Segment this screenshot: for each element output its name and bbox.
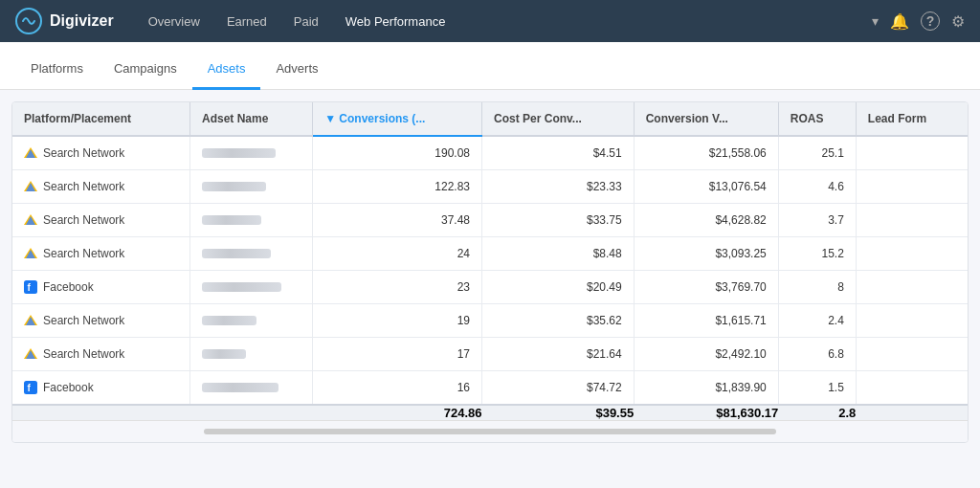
cell-conv-value: $1,615.71 — [634, 304, 778, 338]
table-footer-row: 724.86 $39.55 $81,630.17 2.8 — [12, 405, 968, 420]
table-row: Search Network 17$21.64$2,492.106.8 — [12, 338, 968, 371]
cell-adset-name — [189, 237, 312, 271]
col-cost-per-conv[interactable]: Cost Per Conv... — [482, 102, 635, 136]
col-platform[interactable]: Platform/Placement — [12, 102, 189, 136]
cell-cost-per-conv: $20.49 — [482, 271, 635, 304]
cell-platform: Search Network — [12, 338, 189, 371]
adsets-table: Platform/Placement Adset Name ▼ Conversi… — [12, 102, 968, 420]
cell-cost-per-conv: $23.33 — [482, 170, 635, 204]
col-conversions-label: ▼ Conversions (... — [324, 112, 425, 125]
cell-lead-form — [856, 338, 968, 371]
google-icon — [24, 146, 37, 160]
table-row: f Facebook 16$74.72$1,839.901.5 — [12, 371, 968, 406]
platform-cell: Search Network — [24, 213, 178, 227]
google-icon — [24, 314, 37, 327]
footer-conv-value: $81,630.17 — [634, 405, 778, 420]
cell-lead-form — [856, 170, 968, 204]
cell-roas: 25.1 — [778, 136, 856, 170]
cell-conversions: 19 — [313, 304, 482, 338]
nav-overview[interactable]: Overview — [137, 9, 212, 34]
google-icon — [24, 247, 37, 260]
footer-lead-form — [856, 405, 968, 420]
cell-conv-value: $3,093.25 — [634, 237, 778, 271]
bell-icon[interactable]: 🔔 — [890, 12, 909, 31]
cell-platform: Search Network — [12, 304, 189, 338]
platform-cell: f Facebook — [24, 280, 178, 294]
help-icon[interactable]: ? — [921, 11, 940, 31]
tab-platforms[interactable]: Platforms — [15, 50, 99, 90]
table-row: Search Network 122.83$23.33$13,076.544.6 — [12, 170, 968, 204]
settings-icon[interactable]: ⚙ — [951, 12, 965, 31]
adset-name-bar — [202, 148, 276, 158]
col-lead-form[interactable]: Lead Form — [856, 102, 968, 136]
cell-conv-value: $3,769.70 — [634, 271, 778, 304]
col-adset[interactable]: Adset Name — [189, 102, 312, 136]
footer-platform — [12, 405, 189, 420]
facebook-icon: f — [24, 280, 37, 294]
logo-icon — [15, 8, 42, 34]
adset-name-bar — [202, 316, 256, 325]
cell-roas: 15.2 — [778, 237, 856, 271]
cell-conversions: 190.08 — [313, 136, 482, 170]
table-scroll[interactable]: Platform/Placement Adset Name ▼ Conversi… — [12, 102, 968, 420]
tab-campaigns[interactable]: Campaigns — [99, 50, 192, 90]
top-nav: Digivizer Overview Earned Paid Web Perfo… — [0, 0, 980, 42]
cell-platform: Search Network — [12, 136, 189, 170]
table-row: Search Network 19$35.62$1,615.712.4 — [12, 304, 968, 338]
nav-paid[interactable]: Paid — [282, 9, 330, 34]
platform-cell: f Facebook — [24, 381, 178, 394]
nav-web-performance[interactable]: Web Performance — [334, 9, 457, 34]
nav-earned[interactable]: Earned — [215, 9, 278, 34]
cell-conversions: 17 — [313, 338, 482, 371]
footer-conversions: 724.86 — [313, 405, 482, 420]
cell-roas: 8 — [778, 271, 856, 304]
col-conv-value[interactable]: Conversion V... — [634, 102, 778, 136]
col-roas[interactable]: ROAS — [778, 102, 856, 136]
tab-adsets[interactable]: Adsets — [192, 50, 261, 90]
table-row: f Facebook 23$20.49$3,769.708 — [12, 271, 968, 304]
cell-roas: 6.8 — [778, 338, 856, 371]
platform-label: Search Network — [43, 247, 124, 260]
cell-roas: 2.4 — [778, 304, 856, 338]
cell-conversions: 37.48 — [313, 204, 482, 237]
cell-adset-name — [189, 338, 312, 371]
cell-conversions: 122.83 — [313, 170, 482, 204]
cell-conv-value: $4,628.82 — [634, 204, 778, 237]
cell-cost-per-conv: $35.62 — [482, 304, 635, 338]
cell-conv-value: $21,558.06 — [634, 136, 778, 170]
cell-platform: Search Network — [12, 204, 189, 237]
platform-cell: Search Network — [24, 314, 178, 327]
cell-roas: 1.5 — [778, 371, 856, 406]
logo: Digivizer — [15, 8, 114, 34]
platform-label: Facebook — [43, 280, 94, 294]
table-header-row: Platform/Placement Adset Name ▼ Conversi… — [12, 102, 968, 136]
cell-adset-name — [189, 371, 312, 406]
nav-right: ▾ 🔔 ? ⚙ — [872, 11, 965, 31]
scroll-thumb[interactable] — [204, 429, 777, 434]
adset-name-bar — [202, 182, 266, 191]
footer-roas: 2.8 — [778, 405, 856, 420]
horizontal-scrollbar[interactable] — [12, 420, 968, 442]
cell-adset-name — [189, 204, 312, 237]
platform-cell: Search Network — [24, 347, 178, 361]
table-row: Search Network 37.48$33.75$4,628.823.7 — [12, 204, 968, 237]
platform-cell: Search Network — [24, 247, 178, 260]
cell-lead-form — [856, 136, 968, 170]
col-conversions[interactable]: ▼ Conversions (... — [313, 102, 482, 136]
platform-label: Search Network — [43, 213, 124, 227]
tab-adverts[interactable]: Adverts — [260, 50, 333, 90]
cell-roas: 3.7 — [778, 204, 856, 237]
nav-chevron-icon[interactable]: ▾ — [872, 13, 879, 29]
cell-adset-name — [189, 170, 312, 204]
platform-label: Search Network — [43, 314, 124, 327]
adset-name-bar — [202, 282, 281, 292]
cell-adset-name — [189, 136, 312, 170]
cell-conv-value: $1,839.90 — [634, 371, 778, 406]
cell-cost-per-conv: $8.48 — [482, 237, 635, 271]
facebook-icon: f — [24, 381, 37, 394]
platform-label: Search Network — [43, 347, 124, 361]
platform-label: Search Network — [43, 180, 124, 193]
footer-cost-per-conv: $39.55 — [482, 405, 635, 420]
cell-conv-value: $2,492.10 — [634, 338, 778, 371]
adset-name-bar — [202, 215, 261, 225]
